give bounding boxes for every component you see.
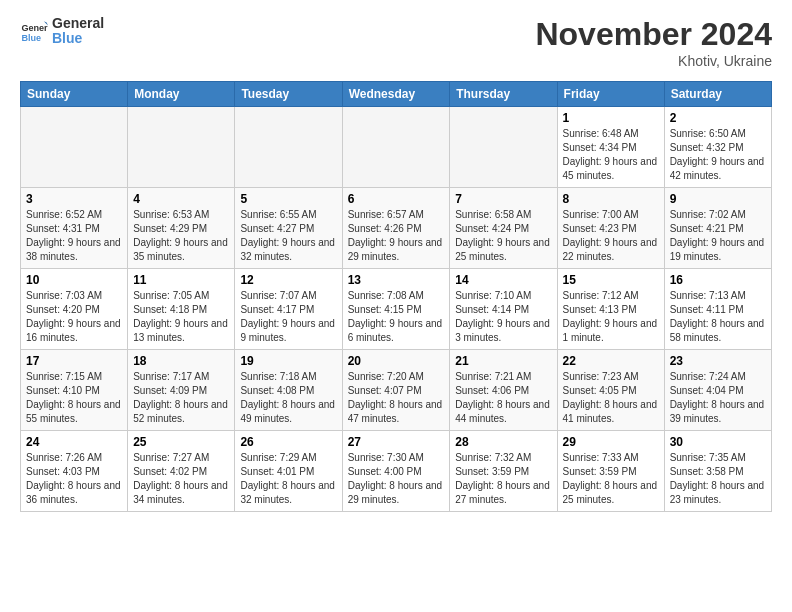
day-info: Sunrise: 7:18 AMSunset: 4:08 PMDaylight:… bbox=[240, 370, 336, 426]
day-info: Sunrise: 7:05 AMSunset: 4:18 PMDaylight:… bbox=[133, 289, 229, 345]
day-info: Sunrise: 6:57 AMSunset: 4:26 PMDaylight:… bbox=[348, 208, 445, 264]
calendar-cell bbox=[235, 107, 342, 188]
logo: General Blue General Blue bbox=[20, 16, 104, 47]
title-block: November 2024 Khotiv, Ukraine bbox=[535, 16, 772, 69]
day-info: Sunrise: 7:02 AMSunset: 4:21 PMDaylight:… bbox=[670, 208, 766, 264]
calendar-cell: 3Sunrise: 6:52 AMSunset: 4:31 PMDaylight… bbox=[21, 188, 128, 269]
calendar-cell: 10Sunrise: 7:03 AMSunset: 4:20 PMDayligh… bbox=[21, 269, 128, 350]
calendar-cell bbox=[450, 107, 557, 188]
day-number: 3 bbox=[26, 192, 122, 206]
day-number: 6 bbox=[348, 192, 445, 206]
day-info: Sunrise: 7:23 AMSunset: 4:05 PMDaylight:… bbox=[563, 370, 659, 426]
location: Khotiv, Ukraine bbox=[535, 53, 772, 69]
day-number: 5 bbox=[240, 192, 336, 206]
logo-text-general: General bbox=[52, 16, 104, 31]
calendar-cell: 23Sunrise: 7:24 AMSunset: 4:04 PMDayligh… bbox=[664, 350, 771, 431]
calendar-cell: 9Sunrise: 7:02 AMSunset: 4:21 PMDaylight… bbox=[664, 188, 771, 269]
calendar-cell: 19Sunrise: 7:18 AMSunset: 4:08 PMDayligh… bbox=[235, 350, 342, 431]
day-number: 30 bbox=[670, 435, 766, 449]
weekday-header-friday: Friday bbox=[557, 82, 664, 107]
logo-icon: General Blue bbox=[20, 17, 48, 45]
day-info: Sunrise: 7:07 AMSunset: 4:17 PMDaylight:… bbox=[240, 289, 336, 345]
day-info: Sunrise: 6:50 AMSunset: 4:32 PMDaylight:… bbox=[670, 127, 766, 183]
day-number: 12 bbox=[240, 273, 336, 287]
day-number: 20 bbox=[348, 354, 445, 368]
calendar-cell: 8Sunrise: 7:00 AMSunset: 4:23 PMDaylight… bbox=[557, 188, 664, 269]
day-number: 7 bbox=[455, 192, 551, 206]
day-info: Sunrise: 7:10 AMSunset: 4:14 PMDaylight:… bbox=[455, 289, 551, 345]
calendar-cell: 26Sunrise: 7:29 AMSunset: 4:01 PMDayligh… bbox=[235, 431, 342, 512]
day-number: 28 bbox=[455, 435, 551, 449]
day-info: Sunrise: 7:15 AMSunset: 4:10 PMDaylight:… bbox=[26, 370, 122, 426]
calendar-cell bbox=[342, 107, 450, 188]
day-info: Sunrise: 7:08 AMSunset: 4:15 PMDaylight:… bbox=[348, 289, 445, 345]
calendar-cell: 18Sunrise: 7:17 AMSunset: 4:09 PMDayligh… bbox=[128, 350, 235, 431]
day-number: 19 bbox=[240, 354, 336, 368]
calendar: SundayMondayTuesdayWednesdayThursdayFrid… bbox=[20, 81, 772, 512]
day-number: 16 bbox=[670, 273, 766, 287]
day-info: Sunrise: 7:30 AMSunset: 4:00 PMDaylight:… bbox=[348, 451, 445, 507]
calendar-cell: 16Sunrise: 7:13 AMSunset: 4:11 PMDayligh… bbox=[664, 269, 771, 350]
day-number: 18 bbox=[133, 354, 229, 368]
day-info: Sunrise: 7:27 AMSunset: 4:02 PMDaylight:… bbox=[133, 451, 229, 507]
calendar-cell: 28Sunrise: 7:32 AMSunset: 3:59 PMDayligh… bbox=[450, 431, 557, 512]
day-info: Sunrise: 7:26 AMSunset: 4:03 PMDaylight:… bbox=[26, 451, 122, 507]
weekday-header-sunday: Sunday bbox=[21, 82, 128, 107]
day-number: 4 bbox=[133, 192, 229, 206]
day-number: 15 bbox=[563, 273, 659, 287]
day-number: 24 bbox=[26, 435, 122, 449]
day-number: 13 bbox=[348, 273, 445, 287]
day-info: Sunrise: 7:33 AMSunset: 3:59 PMDaylight:… bbox=[563, 451, 659, 507]
day-number: 14 bbox=[455, 273, 551, 287]
header: General Blue General Blue November 2024 … bbox=[20, 16, 772, 69]
calendar-cell: 14Sunrise: 7:10 AMSunset: 4:14 PMDayligh… bbox=[450, 269, 557, 350]
calendar-cell bbox=[128, 107, 235, 188]
calendar-cell: 15Sunrise: 7:12 AMSunset: 4:13 PMDayligh… bbox=[557, 269, 664, 350]
day-info: Sunrise: 7:00 AMSunset: 4:23 PMDaylight:… bbox=[563, 208, 659, 264]
weekday-header-thursday: Thursday bbox=[450, 82, 557, 107]
day-info: Sunrise: 6:52 AMSunset: 4:31 PMDaylight:… bbox=[26, 208, 122, 264]
day-info: Sunrise: 7:03 AMSunset: 4:20 PMDaylight:… bbox=[26, 289, 122, 345]
day-info: Sunrise: 7:24 AMSunset: 4:04 PMDaylight:… bbox=[670, 370, 766, 426]
day-info: Sunrise: 7:35 AMSunset: 3:58 PMDaylight:… bbox=[670, 451, 766, 507]
day-number: 27 bbox=[348, 435, 445, 449]
day-number: 21 bbox=[455, 354, 551, 368]
day-number: 10 bbox=[26, 273, 122, 287]
weekday-header-monday: Monday bbox=[128, 82, 235, 107]
day-number: 9 bbox=[670, 192, 766, 206]
calendar-cell: 22Sunrise: 7:23 AMSunset: 4:05 PMDayligh… bbox=[557, 350, 664, 431]
calendar-cell: 21Sunrise: 7:21 AMSunset: 4:06 PMDayligh… bbox=[450, 350, 557, 431]
day-number: 23 bbox=[670, 354, 766, 368]
calendar-cell: 2Sunrise: 6:50 AMSunset: 4:32 PMDaylight… bbox=[664, 107, 771, 188]
day-info: Sunrise: 7:13 AMSunset: 4:11 PMDaylight:… bbox=[670, 289, 766, 345]
calendar-cell: 4Sunrise: 6:53 AMSunset: 4:29 PMDaylight… bbox=[128, 188, 235, 269]
day-info: Sunrise: 6:58 AMSunset: 4:24 PMDaylight:… bbox=[455, 208, 551, 264]
svg-text:General: General bbox=[21, 23, 48, 33]
day-number: 26 bbox=[240, 435, 336, 449]
day-number: 17 bbox=[26, 354, 122, 368]
month-title: November 2024 bbox=[535, 16, 772, 53]
calendar-cell: 11Sunrise: 7:05 AMSunset: 4:18 PMDayligh… bbox=[128, 269, 235, 350]
svg-text:Blue: Blue bbox=[21, 33, 41, 43]
day-number: 25 bbox=[133, 435, 229, 449]
weekday-header-saturday: Saturday bbox=[664, 82, 771, 107]
day-info: Sunrise: 7:32 AMSunset: 3:59 PMDaylight:… bbox=[455, 451, 551, 507]
day-number: 22 bbox=[563, 354, 659, 368]
weekday-header-tuesday: Tuesday bbox=[235, 82, 342, 107]
calendar-cell bbox=[21, 107, 128, 188]
calendar-cell: 17Sunrise: 7:15 AMSunset: 4:10 PMDayligh… bbox=[21, 350, 128, 431]
day-number: 8 bbox=[563, 192, 659, 206]
calendar-cell: 25Sunrise: 7:27 AMSunset: 4:02 PMDayligh… bbox=[128, 431, 235, 512]
day-info: Sunrise: 7:29 AMSunset: 4:01 PMDaylight:… bbox=[240, 451, 336, 507]
calendar-cell: 13Sunrise: 7:08 AMSunset: 4:15 PMDayligh… bbox=[342, 269, 450, 350]
day-number: 1 bbox=[563, 111, 659, 125]
calendar-cell: 27Sunrise: 7:30 AMSunset: 4:00 PMDayligh… bbox=[342, 431, 450, 512]
day-info: Sunrise: 7:20 AMSunset: 4:07 PMDaylight:… bbox=[348, 370, 445, 426]
calendar-cell: 7Sunrise: 6:58 AMSunset: 4:24 PMDaylight… bbox=[450, 188, 557, 269]
day-info: Sunrise: 6:48 AMSunset: 4:34 PMDaylight:… bbox=[563, 127, 659, 183]
day-info: Sunrise: 7:17 AMSunset: 4:09 PMDaylight:… bbox=[133, 370, 229, 426]
calendar-cell: 24Sunrise: 7:26 AMSunset: 4:03 PMDayligh… bbox=[21, 431, 128, 512]
day-info: Sunrise: 6:53 AMSunset: 4:29 PMDaylight:… bbox=[133, 208, 229, 264]
calendar-cell: 1Sunrise: 6:48 AMSunset: 4:34 PMDaylight… bbox=[557, 107, 664, 188]
calendar-cell: 30Sunrise: 7:35 AMSunset: 3:58 PMDayligh… bbox=[664, 431, 771, 512]
